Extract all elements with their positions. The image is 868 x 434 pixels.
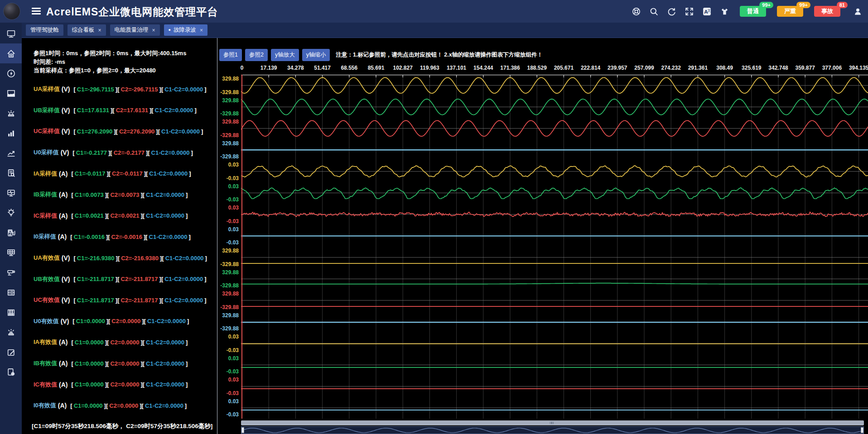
channel-name: I0有效值 xyxy=(34,401,56,410)
c2-value: C2=0.0000 xyxy=(109,402,138,409)
sidebar-item-edit-square[interactable] xyxy=(0,342,22,362)
bracket: ][ xyxy=(140,191,145,198)
sidebar-item-server-device[interactable] xyxy=(0,282,22,302)
x-tick-label: 394.135 xyxy=(849,65,868,71)
sidebar-item-archive-books[interactable] xyxy=(0,302,22,322)
bracket: [ xyxy=(71,191,73,198)
sidebar-item-screen-monitor[interactable] xyxy=(0,24,22,43)
sidebar-item-cctv-camera[interactable] xyxy=(0,262,22,282)
channel-name: IA有效值 xyxy=(34,338,57,346)
avatar[interactable] xyxy=(3,3,20,20)
sidebar-item-trend-chart[interactable] xyxy=(0,143,22,163)
channel-row-IC有效值: IC有效值(A)[C1=0.0000][C2=0.0000][C1-C2=0.0… xyxy=(34,374,214,395)
sidebar-item-solar-panel[interactable] xyxy=(0,243,22,262)
sidebar-item-alarm-beacon[interactable] xyxy=(0,322,22,342)
y-min-label: -0.03 xyxy=(227,347,239,353)
y-max-label: 0.03 xyxy=(228,377,239,383)
cctv-camera-icon xyxy=(6,268,16,277)
home-icon xyxy=(6,49,16,58)
sidebar-item-home[interactable] xyxy=(0,43,22,63)
theme-icon[interactable] xyxy=(719,6,729,16)
hamburger-menu-icon[interactable] xyxy=(32,8,41,15)
bracket: [ xyxy=(71,170,73,177)
alarm-button-普通[interactable]: 普通99+ xyxy=(740,6,766,17)
translate-icon[interactable]: A文 xyxy=(702,6,712,16)
sidebar-item-bar-chart[interactable] xyxy=(0,123,22,143)
tab-故障录波[interactable]: ●故障录波× xyxy=(164,24,207,36)
sidebar-item-monitor-pulse[interactable] xyxy=(0,183,22,203)
bracket: ][ xyxy=(111,107,115,114)
bracket: ] xyxy=(186,339,188,346)
close-icon[interactable]: × xyxy=(200,27,203,33)
trend-chart-icon xyxy=(6,148,16,158)
user-icon[interactable] xyxy=(853,6,863,16)
c1-c2-diff: C1-C2=0.0000 xyxy=(164,86,203,93)
zoom-handle-right[interactable] xyxy=(861,427,863,433)
sidebar-item-ev-charger[interactable] xyxy=(0,223,22,243)
solar-panel-icon xyxy=(6,248,16,258)
x-zoom-component[interactable] xyxy=(241,426,864,434)
tab-综合看板[interactable]: 综合看板× xyxy=(68,24,106,36)
scrollbar-grip-icon[interactable] xyxy=(550,422,555,424)
horizontal-scrollbar[interactable] xyxy=(241,420,864,425)
active-dot-icon: ● xyxy=(169,28,171,32)
tab-管理驾驶舱[interactable]: 管理驾驶舱 xyxy=(26,24,63,36)
search-icon[interactable] xyxy=(649,6,659,16)
sidebar-item-alarm-siren[interactable] xyxy=(0,103,22,123)
channel-row-IB采样值: IB采样值(A)[C1=0.0073][C2=0.0073][C1-C2=0.0… xyxy=(34,184,214,205)
c2-value: C2=-211.8717 xyxy=(121,297,158,304)
tab-label: 电能质量治理 xyxy=(115,26,149,34)
help-icon[interactable] xyxy=(631,6,641,16)
channel-name: U0采样值 xyxy=(34,148,59,157)
sidebar-item-report-search[interactable] xyxy=(0,163,22,183)
c1-value: C1=-0.0016 xyxy=(74,234,105,240)
chart-button-参照1[interactable]: 参照1 xyxy=(219,49,242,61)
bar-chart-icon xyxy=(6,129,16,138)
alarm-button-事故[interactable]: 事故81 xyxy=(814,6,840,17)
bracket: ][ xyxy=(105,381,109,388)
close-icon[interactable]: × xyxy=(152,27,155,33)
sidebar-item-energy-circle[interactable] xyxy=(0,63,22,83)
y-min-label: -0.03 xyxy=(227,239,239,246)
y-max-label: 329.88 xyxy=(222,140,239,147)
close-icon[interactable]: × xyxy=(98,27,101,33)
channel-name: UB采样值 xyxy=(34,106,60,114)
c1-value: C1=0.0000 xyxy=(75,360,104,367)
channel-row-UC有效值: UC有效值(V)[C1=-211.8717][C2=-211.8717][C1-… xyxy=(34,290,214,311)
sidebar-item-area-chart[interactable] xyxy=(0,83,22,103)
fullscreen-icon[interactable] xyxy=(684,6,694,16)
page-title: AcrelEMS企业微电网能效管理平台 xyxy=(46,5,218,19)
x-tick-label: 222.814 xyxy=(581,65,600,71)
x-tick-label: 205.671 xyxy=(554,65,574,71)
tab-电能质量治理[interactable]: 电能质量治理× xyxy=(110,24,160,36)
chart-button-y轴放大[interactable]: y轴放大 xyxy=(271,49,299,61)
c2-value: C2=17.6131 xyxy=(116,107,148,114)
waveform-plot[interactable] xyxy=(241,75,868,419)
y-min-label: -0.03 xyxy=(227,390,239,396)
monitor-pulse-icon xyxy=(6,188,16,198)
bracket: [ xyxy=(73,276,75,282)
x-tick-label: 377.006 xyxy=(822,65,842,71)
reference-info: 参照1时间：0ms，参照2时间：0ms，最大时间:400.15ms 时间差: -… xyxy=(34,49,186,75)
waveform-chart-area: 参照1参照2y轴放大y轴缩小 注意：1.标记参照前，请先点击对应按钮！ 2.x轴… xyxy=(218,38,868,434)
channel-row-UB采样值: UB采样值(V)[C1=17.6131][C2=17.6131][C1-C2=0… xyxy=(34,100,214,121)
channel-unit: (V) xyxy=(61,318,69,325)
bracket: ][ xyxy=(116,297,120,304)
zoom-handle-left[interactable] xyxy=(241,427,244,433)
bracket: ][ xyxy=(159,297,164,304)
x-tick-label: 34.278 xyxy=(287,65,304,71)
chart-button-参照2[interactable]: 参照2 xyxy=(245,49,268,61)
sidebar-item-bulb[interactable] xyxy=(0,203,22,223)
alarm-button-严重[interactable]: 严重99+ xyxy=(777,6,803,17)
bracket: ] xyxy=(204,86,206,93)
bracket: [ xyxy=(71,212,73,219)
bracket: ] xyxy=(201,128,203,135)
sidebar-item-doc-gear[interactable] xyxy=(0,362,22,382)
refresh-icon[interactable] xyxy=(666,6,676,16)
c2-value: C2=0.0000 xyxy=(110,360,139,367)
doc-gear-icon xyxy=(6,367,16,377)
bracket: ][ xyxy=(105,339,109,346)
chart-button-y轴缩小[interactable]: y轴缩小 xyxy=(302,49,330,61)
c2-value: C2=-216.9380 xyxy=(121,255,159,262)
c1-value: C1=-296.7115 xyxy=(77,86,114,93)
